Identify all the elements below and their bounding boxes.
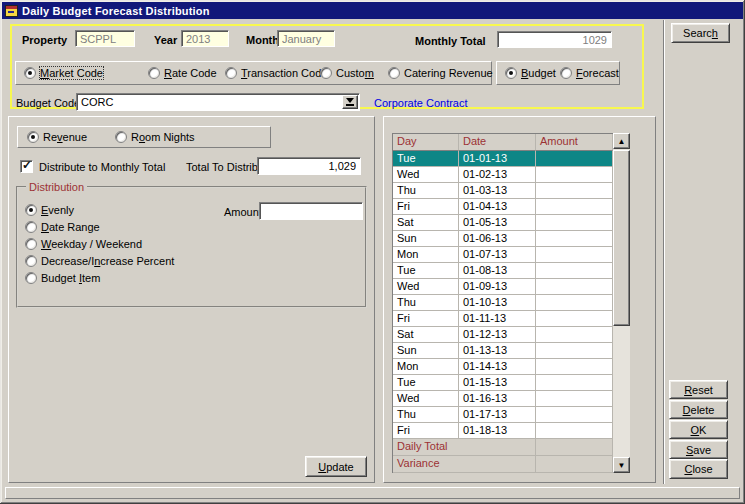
cell-amount[interactable]: [536, 279, 613, 295]
cell-day[interactable]: Fri: [393, 311, 459, 327]
cell-date[interactable]: 01-08-13: [459, 263, 536, 279]
cell-amount[interactable]: [536, 375, 613, 391]
table-row[interactable]: Fri01-18-13: [393, 423, 613, 439]
radio-date-range-label[interactable]: Date Range: [41, 221, 100, 233]
table-row[interactable]: Tue01-01-13: [393, 151, 613, 167]
cell-amount[interactable]: [536, 231, 613, 247]
total-to-distribute-field[interactable]: [257, 157, 361, 175]
cell-day[interactable]: Tue: [393, 151, 459, 167]
radio-budget-label[interactable]: Budget: [521, 67, 556, 79]
cell-date[interactable]: 01-05-13: [459, 215, 536, 231]
cell-date[interactable]: 01-09-13: [459, 279, 536, 295]
cell-day[interactable]: Tue: [393, 375, 459, 391]
cell-date[interactable]: 01-02-13: [459, 167, 536, 183]
update-button[interactable]: Update: [305, 456, 367, 477]
radio-forecast[interactable]: [560, 67, 572, 79]
cell-date[interactable]: 01-11-13: [459, 311, 536, 327]
amount-field[interactable]: [259, 202, 363, 220]
radio-evenly[interactable]: [25, 204, 37, 216]
table-row[interactable]: Thu01-10-13: [393, 295, 613, 311]
save-button[interactable]: Save: [669, 440, 728, 459]
radio-budget-item[interactable]: [25, 272, 37, 284]
cell-day[interactable]: Tue: [393, 263, 459, 279]
radio-weekday-weekend[interactable]: [25, 238, 37, 250]
table-row[interactable]: Fri01-04-13: [393, 199, 613, 215]
cell-amount[interactable]: [536, 311, 613, 327]
cell-date[interactable]: 01-12-13: [459, 327, 536, 343]
cell-day[interactable]: Fri: [393, 423, 459, 439]
radio-date-range[interactable]: [25, 221, 37, 233]
table-row[interactable]: Sun01-06-13: [393, 231, 613, 247]
radio-rate-code-label[interactable]: Rate Code: [164, 67, 217, 79]
cell-date[interactable]: 01-04-13: [459, 199, 536, 215]
cell-amount[interactable]: [536, 151, 613, 167]
dropdown-arrow-icon[interactable]: [342, 95, 358, 109]
table-row[interactable]: Wed01-02-13: [393, 167, 613, 183]
search-button[interactable]: Search: [671, 23, 730, 43]
radio-market-code[interactable]: [24, 67, 36, 79]
table-row[interactable]: Mon01-07-13: [393, 247, 613, 263]
table-row[interactable]: Sat01-12-13: [393, 327, 613, 343]
cell-date[interactable]: 01-03-13: [459, 183, 536, 199]
radio-budget-item-label[interactable]: Budget Item: [41, 272, 100, 284]
delete-button[interactable]: Delete: [669, 400, 728, 419]
cell-date[interactable]: 01-01-13: [459, 151, 536, 167]
cell-date[interactable]: 01-15-13: [459, 375, 536, 391]
cell-amount[interactable]: [536, 263, 613, 279]
cell-day[interactable]: Wed: [393, 167, 459, 183]
scrollbar-thumb[interactable]: [613, 150, 630, 326]
table-row[interactable]: Sat01-05-13: [393, 215, 613, 231]
radio-catering-revenue-label[interactable]: Catering Revenue: [404, 67, 493, 79]
cell-day[interactable]: Wed: [393, 391, 459, 407]
radio-custom-label[interactable]: Custom: [336, 67, 374, 79]
table-row[interactable]: Tue01-08-13: [393, 263, 613, 279]
radio-weekday-weekend-label[interactable]: Weekday / Weekend: [41, 238, 142, 250]
cell-date[interactable]: 01-17-13: [459, 407, 536, 423]
cell-amount[interactable]: [536, 183, 613, 199]
distribute-checkbox-label[interactable]: Distribute to Monthly Total: [39, 161, 165, 173]
cell-day[interactable]: Wed: [393, 279, 459, 295]
cell-amount[interactable]: [536, 295, 613, 311]
table-row[interactable]: Thu01-03-13: [393, 183, 613, 199]
cell-amount[interactable]: [536, 359, 613, 375]
radio-transaction-code[interactable]: [225, 67, 237, 79]
radio-room-nights[interactable]: [115, 131, 127, 143]
radio-room-nights-label[interactable]: Room Nights: [131, 131, 195, 143]
cell-date[interactable]: 01-14-13: [459, 359, 536, 375]
radio-market-code-label[interactable]: Market Code: [40, 67, 103, 79]
cell-amount[interactable]: [536, 423, 613, 439]
budget-code-combo[interactable]: CORC: [76, 93, 360, 111]
cell-day[interactable]: Mon: [393, 247, 459, 263]
radio-decrease-increase[interactable]: [25, 255, 37, 267]
ok-button[interactable]: OK: [669, 420, 728, 439]
cell-date[interactable]: 01-07-13: [459, 247, 536, 263]
radio-revenue-label[interactable]: Revenue: [43, 131, 87, 143]
cell-day[interactable]: Sun: [393, 343, 459, 359]
cell-amount[interactable]: [536, 215, 613, 231]
cell-date[interactable]: 01-16-13: [459, 391, 536, 407]
radio-custom[interactable]: [320, 67, 332, 79]
cell-amount[interactable]: [536, 167, 613, 183]
cell-day[interactable]: Sat: [393, 215, 459, 231]
scroll-down-icon[interactable]: ▼: [613, 457, 630, 473]
radio-evenly-label[interactable]: Evenly: [41, 204, 74, 216]
radio-catering-revenue[interactable]: [388, 67, 400, 79]
table-row[interactable]: Fri01-11-13: [393, 311, 613, 327]
close-button[interactable]: Close: [669, 459, 728, 479]
table-row[interactable]: Tue01-15-13: [393, 375, 613, 391]
cell-amount[interactable]: [536, 327, 613, 343]
cell-amount[interactable]: [536, 199, 613, 215]
cell-amount[interactable]: [536, 343, 613, 359]
cell-day[interactable]: Sun: [393, 231, 459, 247]
cell-amount[interactable]: [536, 391, 613, 407]
table-scrollbar[interactable]: ▲ ▼: [613, 133, 630, 473]
table-row[interactable]: Wed01-09-13: [393, 279, 613, 295]
reset-button[interactable]: Reset: [669, 380, 728, 399]
cell-amount[interactable]: [536, 407, 613, 423]
radio-forecast-label[interactable]: Forecast: [576, 67, 619, 79]
radio-budget[interactable]: [505, 67, 517, 79]
scroll-up-icon[interactable]: ▲: [613, 133, 630, 149]
cell-day[interactable]: Thu: [393, 183, 459, 199]
cell-day[interactable]: Sat: [393, 327, 459, 343]
cell-date[interactable]: 01-13-13: [459, 343, 536, 359]
